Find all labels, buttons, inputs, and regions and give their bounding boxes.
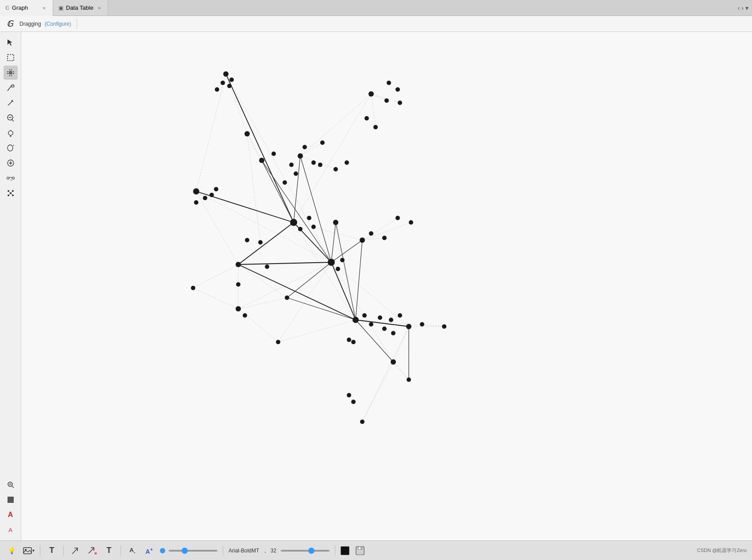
svg-point-160 xyxy=(389,318,393,322)
svg-point-168 xyxy=(347,338,351,342)
tool-group[interactable] xyxy=(4,186,18,200)
tool-zoom-out[interactable] xyxy=(4,111,18,125)
svg-point-105 xyxy=(227,84,232,88)
svg-point-154 xyxy=(285,296,289,300)
tab-datatable[interactable]: ▣ Data Table × xyxy=(53,0,108,16)
tool-lightbulb[interactable]: 💡 xyxy=(5,544,18,557)
lightbulb-icon: 💡 xyxy=(8,547,16,554)
tab-bar: 𝔾 Graph × ▣ Data Table × ‹ › ▾ xyxy=(0,0,752,16)
bottom-sep-5 xyxy=(335,545,335,556)
save-btn[interactable] xyxy=(354,544,366,557)
color-swatch[interactable] xyxy=(341,546,349,555)
svg-point-132 xyxy=(194,200,198,205)
svg-line-12 xyxy=(12,120,14,121)
image-icon xyxy=(23,546,32,556)
font-increase-icon: A+ xyxy=(146,546,153,555)
left-toolbar: ? xyxy=(0,32,21,541)
arrow-icon xyxy=(71,546,80,555)
svg-text:?: ? xyxy=(12,85,14,87)
toolbar-status: Dragging xyxy=(19,21,41,27)
svg-point-106 xyxy=(221,81,225,85)
tab-nav-right: ‹ › ▾ xyxy=(738,0,752,16)
nav-menu-icon[interactable]: ▾ xyxy=(745,4,748,12)
tool-magnify[interactable] xyxy=(4,478,18,492)
square-icon xyxy=(7,496,15,504)
tab-graph-close[interactable]: × xyxy=(41,4,47,12)
svg-point-126 xyxy=(333,167,338,171)
toolbar-configure[interactable]: (Configure) xyxy=(45,21,71,27)
tool-oval[interactable]: + xyxy=(4,141,18,155)
svg-point-103 xyxy=(223,71,229,77)
tool-annotate[interactable]: ? xyxy=(4,81,18,95)
drag-icon xyxy=(6,68,15,77)
font-increase-btn[interactable]: A+ xyxy=(143,544,155,557)
nav-prev-icon[interactable]: ‹ xyxy=(738,4,740,12)
bottom-sep-1 xyxy=(40,545,40,556)
svg-point-159 xyxy=(378,315,382,320)
tab-datatable-label: Data Table xyxy=(66,4,93,11)
svg-point-157 xyxy=(362,313,367,318)
tool-text-T[interactable]: T xyxy=(46,544,58,557)
graph-svg xyxy=(21,32,752,541)
tool-node-add[interactable] xyxy=(4,156,18,170)
svg-point-116 xyxy=(398,101,402,105)
svg-point-171 xyxy=(347,393,351,397)
svg-point-118 xyxy=(373,125,378,129)
svg-point-163 xyxy=(391,331,395,335)
tool-cross-btn[interactable] xyxy=(86,544,98,557)
svg-point-107 xyxy=(215,87,219,92)
tool-text-T2[interactable]: T xyxy=(103,544,115,557)
annotate-icon: ? xyxy=(7,84,15,92)
tool-image-btn[interactable]: ▾ xyxy=(22,544,35,557)
zoom-out-icon xyxy=(7,114,15,122)
svg-point-117 xyxy=(364,116,369,121)
tool-select[interactable] xyxy=(4,35,18,50)
svg-point-125 xyxy=(320,140,325,145)
font-decrease-btn[interactable]: A- xyxy=(126,544,139,557)
font-slider-2[interactable] xyxy=(281,550,329,552)
svg-point-108 xyxy=(244,131,250,136)
svg-point-166 xyxy=(442,324,446,329)
font-name-label: Arial-BoldMT xyxy=(229,548,259,554)
svg-rect-182 xyxy=(357,551,363,555)
graph-canvas[interactable] xyxy=(21,32,752,541)
svg-point-147 xyxy=(340,258,345,262)
svg-point-172 xyxy=(351,400,356,404)
svg-line-6 xyxy=(8,101,12,105)
svg-line-176 xyxy=(72,548,78,554)
tool-magic-wand[interactable] xyxy=(4,96,18,110)
font-slider-1[interactable] xyxy=(169,550,217,552)
datatable-tab-icon: ▣ xyxy=(58,5,63,11)
image-dropdown-icon[interactable]: ▾ xyxy=(32,548,35,553)
tool-text-small[interactable]: A xyxy=(4,523,18,537)
text-T-icon: T xyxy=(50,546,54,555)
svg-marker-0 xyxy=(8,39,12,46)
tool-lasso[interactable] xyxy=(4,126,18,140)
svg-point-143 xyxy=(395,216,400,220)
svg-point-31 xyxy=(9,483,11,485)
tab-graph[interactable]: 𝔾 Graph × xyxy=(0,0,53,16)
svg-point-164 xyxy=(406,324,411,329)
svg-point-167 xyxy=(351,340,356,344)
nav-next-icon[interactable]: › xyxy=(741,4,744,12)
tool-drag[interactable] xyxy=(4,66,18,80)
main-content: ? xyxy=(0,32,752,541)
svg-line-177 xyxy=(89,548,94,553)
font-size-value: 32 xyxy=(271,548,276,554)
tool-arrow-btn[interactable] xyxy=(69,544,81,557)
tab-datatable-close[interactable]: × xyxy=(96,4,102,12)
svg-point-119 xyxy=(298,153,303,159)
node-add-icon xyxy=(7,159,15,167)
svg-text:+: + xyxy=(12,144,15,148)
svg-point-144 xyxy=(409,220,413,225)
group-icon xyxy=(7,189,15,197)
svg-point-136 xyxy=(311,225,316,229)
tool-rect-select[interactable] xyxy=(4,51,18,65)
tool-square[interactable] xyxy=(4,493,18,507)
tool-text-large[interactable]: A xyxy=(4,508,18,522)
svg-point-122 xyxy=(311,160,316,165)
svg-point-109 xyxy=(259,158,264,163)
svg-point-114 xyxy=(387,81,391,85)
svg-point-141 xyxy=(369,231,373,236)
tool-edge-add[interactable]: + xyxy=(4,171,18,185)
